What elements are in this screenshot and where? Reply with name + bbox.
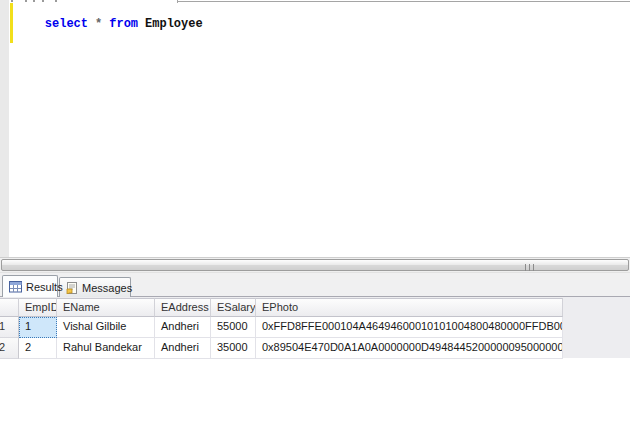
sql-keyword-select: select [45, 17, 88, 31]
column-header-ephoto[interactable]: EPhoto [256, 298, 563, 317]
editor-indicator-margin [0, 0, 9, 257]
sql-table-identifier: Employee [145, 17, 203, 31]
cell-ephoto[interactable]: 0xFFD8FFE000104A464946000101010048004800… [256, 317, 563, 338]
tab-results-label: Results [26, 281, 63, 293]
cell-eaddress[interactable]: Andheri [155, 338, 211, 359]
row-header[interactable]: 1 [0, 317, 19, 338]
cell-empid[interactable]: 2 [19, 338, 57, 359]
row-number: 1 [0, 320, 5, 332]
cell-esalary[interactable]: 55000 [211, 317, 256, 338]
cell-ename[interactable]: Vishal Gilbile [57, 317, 155, 338]
cropped-text-fragment [42, 0, 44, 2]
scrollbar-thumb[interactable] [1, 259, 629, 271]
column-header-esalary[interactable]: ESalary [211, 298, 256, 317]
sql-star-operator: * [95, 17, 102, 31]
row-header[interactable]: 2 [0, 338, 19, 359]
tab-results[interactable]: Results [2, 275, 58, 297]
query-editor[interactable]: select*fromEmployee [0, 0, 630, 257]
cropped-text-fragment [33, 0, 35, 2]
row-number: 2 [0, 341, 5, 353]
messages-note-icon [66, 282, 78, 294]
column-header-eaddress[interactable]: EAddress [155, 298, 211, 317]
results-grid: EmpID EName EAddress ESalary EPhoto 1 1 … [0, 298, 563, 359]
scrollbar-grip-icon [525, 264, 534, 271]
cropped-text-fragment [25, 0, 27, 2]
tab-messages-label: Messages [82, 282, 132, 294]
cell-eaddress[interactable]: Andheri [155, 317, 211, 338]
results-pane: EmpID EName EAddress ESalary EPhoto 1 1 … [0, 296, 630, 358]
results-tabstrip: Results Messages [0, 272, 630, 296]
grid-corner-header[interactable] [0, 298, 19, 317]
cell-ephoto[interactable]: 0x89504E470D0A1A0A0000000D49484452000000… [256, 338, 563, 359]
column-header-ename[interactable]: EName [57, 298, 155, 317]
cell-esalary[interactable]: 35000 [211, 338, 256, 359]
tab-messages[interactable]: Messages [59, 277, 131, 297]
cropped-text-fragment [55, 0, 57, 2]
results-grid-icon [9, 281, 22, 293]
cropped-text-fragment [11, 0, 13, 2]
cell-empid[interactable]: 1 [19, 317, 57, 338]
sql-statement-line: select*fromEmployee [16, 3, 203, 17]
cropped-toolbar-edge [177, 1, 630, 2]
cell-ename[interactable]: Rahul Bandekar [57, 338, 155, 359]
editor-horizontal-scrollbar[interactable] [0, 257, 630, 272]
sql-keyword-from: from [109, 17, 138, 31]
column-header-empid[interactable]: EmpID [19, 298, 57, 317]
change-tracking-bar [10, 3, 13, 43]
